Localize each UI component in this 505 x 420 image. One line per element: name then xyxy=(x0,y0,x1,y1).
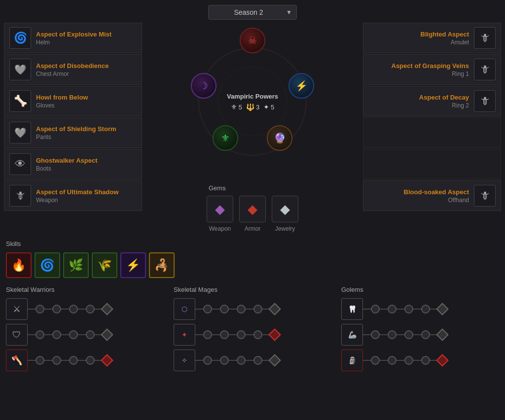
track-node[interactable] xyxy=(203,305,212,314)
track-node[interactable] xyxy=(404,305,413,314)
track-node[interactable] xyxy=(237,330,246,339)
track-node[interactable] xyxy=(371,356,380,365)
track-node[interactable] xyxy=(52,305,61,314)
warrior-icon-2[interactable]: 🪓 xyxy=(6,350,28,371)
track-node[interactable] xyxy=(388,330,397,339)
track-diamond[interactable] xyxy=(268,354,281,366)
track-node[interactable] xyxy=(388,305,397,314)
track-node[interactable] xyxy=(86,330,95,339)
track-node[interactable] xyxy=(86,305,95,314)
golem-icon-1[interactable]: 🦾 xyxy=(341,324,363,346)
gear-item-weapon[interactable]: 🗡 Aspect of Ultimate Shadow Weapon xyxy=(4,180,142,211)
track-node[interactable] xyxy=(237,305,246,314)
track-node[interactable] xyxy=(203,356,212,365)
track-node[interactable] xyxy=(69,330,78,339)
track-node[interactable] xyxy=(36,356,44,365)
track-node[interactable] xyxy=(371,305,380,314)
orb-left-icon: ☽ xyxy=(199,80,208,92)
orb-bot-right[interactable]: 🔮 xyxy=(267,125,292,151)
track-node[interactable] xyxy=(69,356,78,365)
mage-icon-2[interactable]: ✧ xyxy=(174,350,195,371)
orb-top[interactable]: ☠ xyxy=(240,28,265,53)
track-node[interactable] xyxy=(237,356,246,365)
offhand-name: Blood-soaked Aspect xyxy=(404,188,469,196)
gear-item-offhand[interactable]: Blood-soaked Aspect Offhand 🗡 xyxy=(363,180,501,211)
skill-box-5[interactable]: 🦂 xyxy=(149,252,175,278)
gem-armor[interactable]: ◆ Armor xyxy=(239,196,266,232)
track-node[interactable] xyxy=(52,330,61,339)
track-line xyxy=(44,360,52,361)
left-gear-list: 🌀 Aspect of Explosive Mist Helm 🩶 Aspect… xyxy=(4,23,142,211)
mage-track-2 xyxy=(195,356,331,365)
golem-icon-0[interactable]: 🦷 xyxy=(341,298,363,320)
track-node[interactable] xyxy=(404,356,413,365)
orb-bot-left-icon: ⚜ xyxy=(221,132,230,144)
skill-box-0[interactable]: 🔥 xyxy=(6,252,32,278)
warrior-icon-1[interactable]: 🛡 xyxy=(6,324,28,346)
season-select-wrapper[interactable]: Season 2 Season 1 Season 3 ▼ xyxy=(208,5,297,20)
mage-icon-1[interactable]: ✦ xyxy=(174,324,195,346)
skill-icon-1: 🌀 xyxy=(40,258,55,272)
track-diamond-active[interactable] xyxy=(101,354,113,366)
minion-group-mages: Skeletal Mages ⬡ ✦ xyxy=(174,286,331,375)
orb-right[interactable]: ⚡ xyxy=(289,73,314,99)
gear-item-ring2[interactable]: Aspect of Decay Ring 2 🗡 xyxy=(363,86,501,116)
gear-item-boots[interactable]: 👁 Ghostwalker Aspect Boots xyxy=(4,149,142,179)
golem-icon-2[interactable]: 🗿 xyxy=(341,350,363,371)
gem-weapon-box: ◆ xyxy=(207,196,233,222)
track-diamond-active[interactable] xyxy=(268,328,281,341)
mage-icon-0[interactable]: ⬡ xyxy=(174,298,195,320)
track-node[interactable] xyxy=(421,330,430,339)
helm-name: Aspect of Explosive Mist xyxy=(36,31,111,38)
orb-left[interactable]: ☽ xyxy=(191,73,216,99)
gear-item-gloves[interactable]: 🦴 Howl from Below Gloves xyxy=(4,86,142,116)
pact-item-1: 🔱 3 xyxy=(246,103,259,111)
track-node[interactable] xyxy=(253,305,262,314)
track-node[interactable] xyxy=(253,356,262,365)
track-node[interactable] xyxy=(220,305,229,314)
orb-bot-left[interactable]: ⚜ xyxy=(213,125,238,151)
track-node[interactable] xyxy=(36,305,44,314)
track-node[interactable] xyxy=(203,330,212,339)
season-select[interactable]: Season 2 Season 1 Season 3 xyxy=(208,5,297,20)
skill-icon-0: 🔥 xyxy=(11,258,26,272)
skill-icon-2: 🌿 xyxy=(69,258,83,272)
offhand-icon: 🗡 xyxy=(474,185,496,207)
track-diamond[interactable] xyxy=(101,303,113,315)
track-node[interactable] xyxy=(371,330,380,339)
track-diamond[interactable] xyxy=(436,303,448,315)
skill-box-1[interactable]: 🌀 xyxy=(35,252,60,278)
track-diamond-active[interactable] xyxy=(436,354,448,366)
track-node[interactable] xyxy=(253,330,262,339)
gem-armor-box: ◆ xyxy=(239,196,266,222)
track-diamond[interactable] xyxy=(436,328,448,341)
track-diamond[interactable] xyxy=(101,328,113,341)
track-line xyxy=(44,334,52,335)
gear-item-chest[interactable]: 🩶 Aspect of Disobedience Chest Armor xyxy=(4,54,142,85)
track-node[interactable] xyxy=(220,330,229,339)
track-node[interactable] xyxy=(52,356,61,365)
golems-title: Golems xyxy=(341,286,499,293)
track-diamond[interactable] xyxy=(268,303,281,315)
track-node[interactable] xyxy=(220,356,229,365)
gem-jewelry[interactable]: ◆ Jewelry xyxy=(272,196,298,232)
gear-item-helm[interactable]: 🌀 Aspect of Explosive Mist Helm xyxy=(4,23,142,53)
skill-box-2[interactable]: 🌿 xyxy=(63,252,89,278)
track-node[interactable] xyxy=(86,356,95,365)
track-node[interactable] xyxy=(421,305,430,314)
track-node[interactable] xyxy=(421,356,430,365)
track-node[interactable] xyxy=(69,305,78,314)
gear-item-pants[interactable]: 🩶 Aspect of Shielding Storm Pants xyxy=(4,117,142,148)
skill-box-3[interactable]: 🌾 xyxy=(92,252,117,278)
golem-row-0: 🦷 xyxy=(341,298,499,320)
track-node[interactable] xyxy=(388,356,397,365)
gear-item-amulet[interactable]: Blighted Aspect Amulet 🗡 xyxy=(363,23,501,53)
skill-box-4[interactable]: ⚡ xyxy=(120,252,146,278)
pants-name: Aspect of Shielding Storm xyxy=(36,125,116,133)
track-node[interactable] xyxy=(404,330,413,339)
track-node[interactable] xyxy=(36,330,44,339)
warrior-icon-0[interactable]: ⚔ xyxy=(6,298,28,320)
track-line xyxy=(78,334,86,335)
gem-weapon[interactable]: ◆ Weapon xyxy=(207,196,233,232)
gear-item-ring1[interactable]: Aspect of Grasping Veins Ring 1 🗡 xyxy=(363,54,501,85)
